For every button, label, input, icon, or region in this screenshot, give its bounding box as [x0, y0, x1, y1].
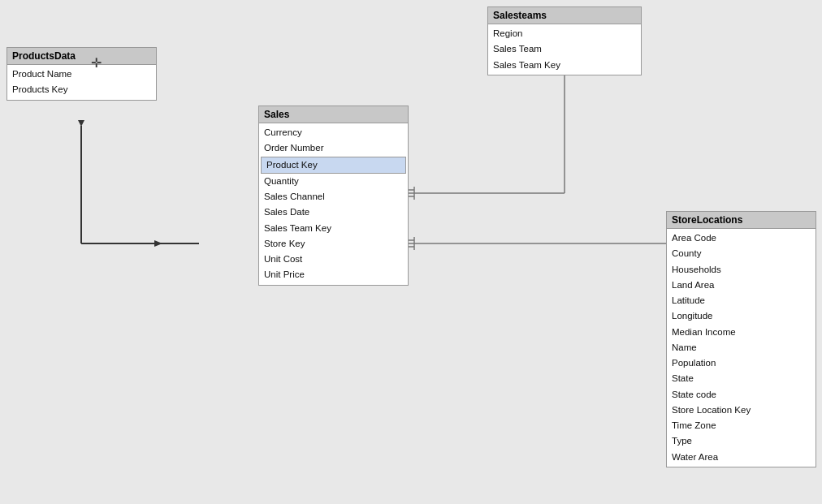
table-row: Region [488, 26, 641, 41]
table-row: Sales Team [488, 41, 641, 57]
table-storelocations[interactable]: StoreLocations Area Code County Househol… [666, 211, 816, 467]
table-row: Area Code [667, 230, 816, 246]
table-salesteams[interactable]: Salesteams Region Sales Team Sales Team … [487, 6, 642, 75]
table-row: Sales Team Key [259, 221, 408, 236]
table-productsdata-body: Product Name Products Key [7, 65, 156, 100]
table-row: Longitude [667, 308, 816, 324]
table-row: Median Income [667, 325, 816, 340]
table-row: Land Area [667, 278, 816, 293]
table-row: Water Area [667, 450, 816, 465]
table-row: Currency [259, 125, 408, 140]
table-row: Sales Date [259, 205, 408, 220]
table-row: Product Name [7, 67, 156, 82]
table-row: Time Zone [667, 418, 816, 433]
table-row: Population [667, 355, 816, 371]
table-storelocations-header: StoreLocations [667, 212, 816, 229]
table-row: Sales Channel [259, 189, 408, 205]
table-sales[interactable]: Sales Currency Order Number Product Key … [258, 106, 409, 286]
table-row: Store Location Key [667, 403, 816, 418]
table-row: Unit Price [259, 267, 408, 282]
table-row: Quantity [259, 174, 408, 189]
table-salesteams-body: Region Sales Team Sales Team Key [488, 24, 641, 75]
table-row: Type [667, 433, 816, 449]
svg-marker-8 [154, 240, 162, 247]
table-row: Products Key [7, 82, 156, 97]
table-row: Sales Team Key [488, 58, 641, 73]
table-salesteams-header: Salesteams [488, 7, 641, 24]
table-sales-body: Currency Order Number Product Key Quanti… [259, 123, 408, 285]
table-row: Order Number [259, 140, 408, 156]
diagram-canvas: ProductsData Product Name Products Key S… [0, 0, 822, 504]
table-productsdata-header: ProductsData [7, 48, 156, 65]
table-row: Name [667, 340, 816, 355]
table-row: County [667, 246, 816, 261]
table-row: State code [667, 387, 816, 403]
table-row: State [667, 371, 816, 386]
table-row: Unit Cost [259, 252, 408, 267]
table-row: Latitude [667, 293, 816, 308]
table-storelocations-body: Area Code County Households Land Area La… [667, 229, 816, 467]
table-row: Households [667, 262, 816, 278]
table-row-highlighted: Product Key [261, 157, 406, 174]
table-productsdata[interactable]: ProductsData Product Name Products Key [6, 47, 157, 101]
table-sales-header: Sales [259, 106, 408, 123]
svg-marker-9 [78, 120, 84, 127]
table-row: Store Key [259, 236, 408, 252]
